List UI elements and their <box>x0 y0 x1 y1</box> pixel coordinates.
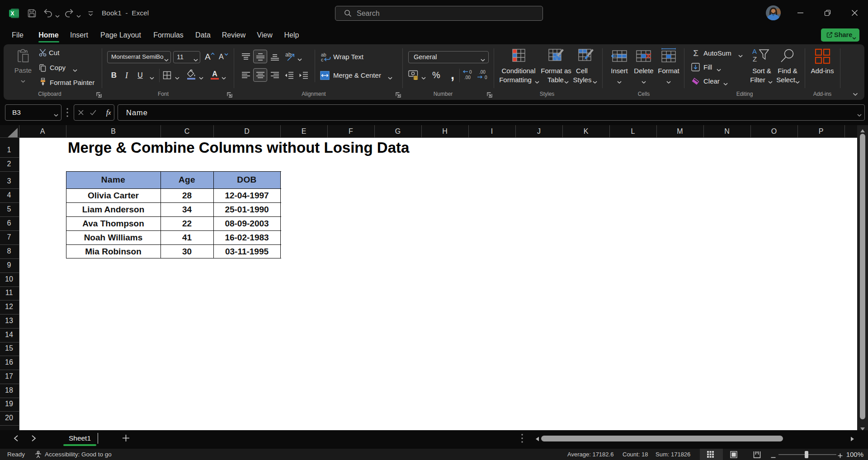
svg-text:A: A <box>219 53 224 61</box>
svg-text:.00: .00 <box>479 70 486 75</box>
svg-text:0: 0 <box>485 75 487 80</box>
svg-text:X: X <box>10 10 14 17</box>
svg-text:c: c <box>321 57 323 61</box>
svg-text:ab: ab <box>285 52 292 58</box>
svg-text:Z: Z <box>753 55 757 63</box>
svg-text:0: 0 <box>469 70 472 75</box>
svg-text:A: A <box>212 70 217 78</box>
svg-text:A: A <box>752 47 757 55</box>
svg-text:.00: .00 <box>464 75 471 80</box>
svg-text:A: A <box>205 52 211 61</box>
